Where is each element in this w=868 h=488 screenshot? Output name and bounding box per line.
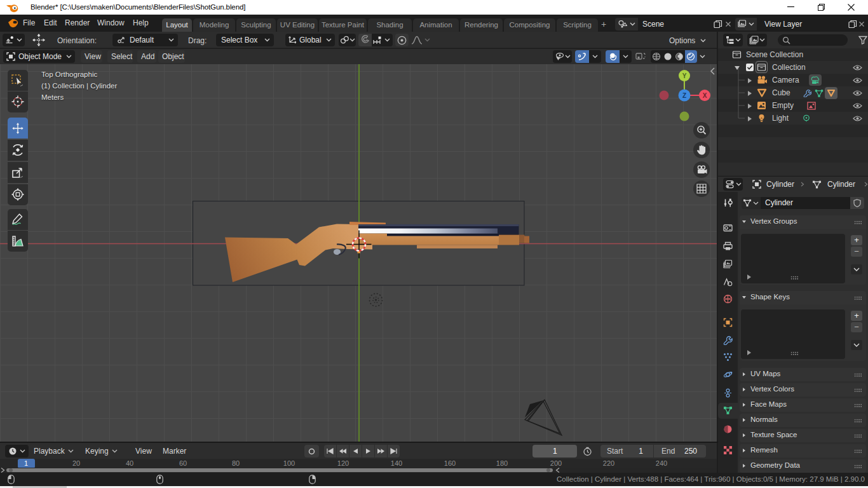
svg-text:Y: Y [682,72,687,79]
svg-text:X: X [703,92,707,99]
svg-text:Z: Z [682,92,686,99]
